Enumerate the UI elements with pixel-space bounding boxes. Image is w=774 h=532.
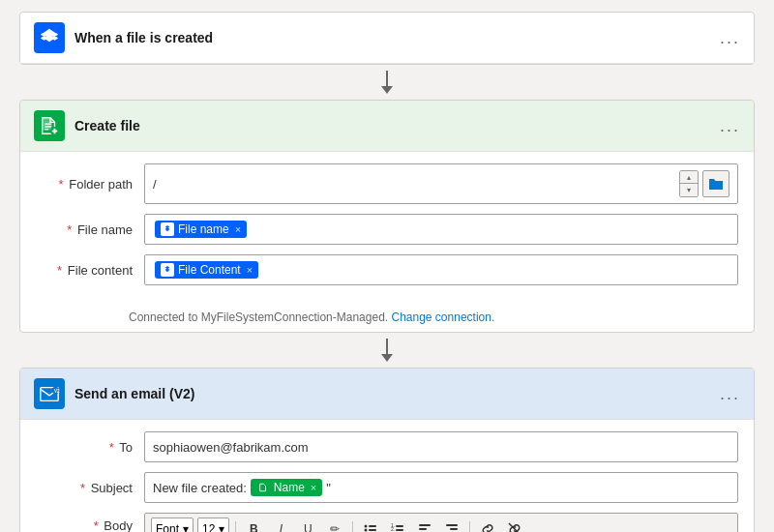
subject-token-remove[interactable]: × bbox=[311, 482, 316, 493]
to-value: sophiaowen@fabrikam.com bbox=[153, 440, 309, 455]
folder-path-value: / bbox=[153, 177, 157, 192]
font-select[interactable]: Font ▾ bbox=[151, 517, 194, 532]
toolbar-divider-1 bbox=[235, 521, 236, 532]
file-name-token: File name × bbox=[155, 221, 247, 238]
svg-point-10 bbox=[365, 525, 368, 528]
align-left-button[interactable] bbox=[413, 517, 436, 532]
spinner-down[interactable]: ▾ bbox=[680, 184, 698, 196]
create-file-body: * Folder path / ▴ ▾ bbox=[20, 152, 754, 307]
subject-prefix: New file created: bbox=[153, 481, 247, 495]
svg-rect-13 bbox=[369, 529, 376, 531]
svg-rect-20 bbox=[419, 524, 431, 526]
italic-button[interactable]: I bbox=[269, 517, 292, 532]
align-right-button[interactable] bbox=[440, 517, 463, 532]
to-row: * To sophiaowen@fabrikam.com bbox=[36, 431, 738, 462]
font-dropdown-arrow: ▾ bbox=[183, 522, 189, 532]
arrow-1-line bbox=[386, 71, 388, 86]
trigger-card-header: When a file is created ... bbox=[20, 13, 754, 64]
token-dropbox-icon bbox=[161, 222, 174, 236]
subject-token-text: Name bbox=[274, 481, 305, 494]
link-button[interactable] bbox=[476, 517, 499, 532]
file-content-required: * bbox=[57, 263, 62, 278]
file-name-input[interactable]: File name × bbox=[144, 214, 738, 245]
arrow-2-line bbox=[386, 339, 388, 354]
svg-rect-24 bbox=[450, 528, 458, 530]
numbered-list-icon: 1. 2. bbox=[391, 522, 404, 532]
file-name-row: * File name File name × bbox=[36, 214, 738, 245]
svg-text:2.: 2. bbox=[391, 526, 395, 532]
file-content-input[interactable]: File Content × bbox=[144, 254, 738, 285]
pencil-button[interactable]: ✏ bbox=[323, 517, 346, 532]
arrow-1 bbox=[381, 65, 393, 100]
create-file-header: Create file ... bbox=[20, 101, 754, 152]
file-content-row: * File content File Content × bbox=[36, 254, 738, 285]
svg-rect-17 bbox=[396, 525, 403, 527]
subject-suffix: " bbox=[326, 481, 331, 495]
create-file-card: Create file ... * Folder path / ▴ ▾ bbox=[19, 100, 755, 333]
folder-browse-button[interactable] bbox=[702, 170, 729, 197]
svg-rect-11 bbox=[369, 525, 376, 527]
file-content-token-remove[interactable]: × bbox=[247, 264, 253, 276]
underline-button[interactable]: U bbox=[296, 517, 319, 532]
unlink-button[interactable] bbox=[503, 517, 526, 532]
svg-rect-23 bbox=[446, 524, 458, 526]
create-file-logo bbox=[39, 115, 60, 136]
file-content-token: File Content × bbox=[155, 261, 258, 279]
folder-path-label: * Folder path bbox=[36, 177, 133, 192]
token-dropbox-logo bbox=[163, 224, 172, 234]
create-file-menu[interactable]: ... bbox=[720, 117, 740, 134]
to-label: * To bbox=[36, 440, 133, 455]
font-select-label: Font bbox=[156, 522, 179, 532]
body-editor: Font ▾ 12 ▾ B I U ✏ bbox=[144, 513, 738, 532]
flow-container: When a file is created ... bbox=[15, 12, 759, 532]
send-email-title: Send an email (V2) bbox=[74, 386, 710, 401]
toolbar-divider-3 bbox=[469, 521, 470, 532]
subject-name-token: Name × bbox=[251, 479, 322, 496]
trigger-menu[interactable]: ... bbox=[720, 29, 740, 46]
svg-rect-19 bbox=[396, 529, 403, 531]
trigger-card: When a file is created ... bbox=[19, 12, 755, 65]
file-name-token-text: File name bbox=[178, 222, 229, 236]
create-file-icon bbox=[34, 110, 65, 141]
subject-label: * Subject bbox=[36, 481, 133, 495]
to-required: * bbox=[109, 440, 114, 455]
toolbar-divider-2 bbox=[352, 521, 353, 532]
send-email-card: V2 Send an email (V2) ... * To sophiaowe… bbox=[19, 368, 755, 532]
arrow-1-head bbox=[381, 86, 393, 94]
numbered-list-button[interactable]: 1. 2. bbox=[386, 517, 409, 532]
send-email-header: V2 Send an email (V2) ... bbox=[20, 369, 754, 420]
folder-icon bbox=[708, 176, 724, 192]
to-input[interactable]: sophiaowen@fabrikam.com bbox=[144, 431, 738, 462]
file-name-required: * bbox=[67, 222, 72, 237]
link-icon bbox=[481, 522, 494, 532]
file-name-label: * File name bbox=[36, 222, 133, 237]
email-icon: V2 bbox=[34, 378, 65, 409]
spinner-up[interactable]: ▴ bbox=[680, 171, 698, 184]
subject-token-icon bbox=[256, 481, 270, 494]
dropbox-trigger-icon bbox=[34, 22, 65, 53]
align-right-icon bbox=[445, 522, 459, 532]
create-file-change-connection[interactable]: Change connection. bbox=[391, 310, 494, 324]
folder-path-input[interactable]: / ▴ ▾ bbox=[144, 163, 738, 204]
bullet-list-button[interactable] bbox=[359, 517, 382, 532]
subject-required: * bbox=[80, 481, 85, 495]
file-name-token-remove[interactable]: × bbox=[235, 223, 241, 235]
size-select[interactable]: 12 ▾ bbox=[197, 517, 229, 532]
send-email-menu[interactable]: ... bbox=[720, 385, 740, 402]
body-row: * Body Font ▾ 12 ▾ bbox=[36, 513, 738, 532]
folder-path-controls: ▴ ▾ bbox=[679, 170, 729, 197]
subject-input[interactable]: New file created: Name × " bbox=[144, 472, 738, 503]
align-left-icon bbox=[418, 522, 432, 532]
email-logo: V2 bbox=[39, 383, 60, 404]
bold-button[interactable]: B bbox=[242, 517, 265, 532]
body-label: * Body bbox=[36, 518, 133, 532]
svg-point-12 bbox=[365, 529, 368, 532]
folder-path-required: * bbox=[59, 177, 64, 192]
subject-row: * Subject New file created: Name × bbox=[36, 472, 738, 503]
file-content-token-text: File Content bbox=[178, 263, 241, 277]
body-required: * bbox=[94, 518, 99, 532]
subject-create-file-icon bbox=[258, 483, 268, 492]
size-dropdown-arrow: ▾ bbox=[219, 522, 224, 532]
folder-path-row: * Folder path / ▴ ▾ bbox=[36, 163, 738, 204]
svg-text:V2: V2 bbox=[54, 389, 60, 394]
